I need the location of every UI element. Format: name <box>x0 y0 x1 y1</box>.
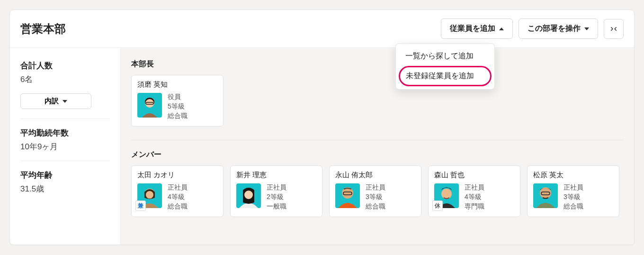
employee-name: 森山 哲也 <box>434 171 514 180</box>
employee-type: 正社員 <box>564 183 583 192</box>
divider <box>20 161 110 161</box>
employee-card-body: 正社員 3等級 総合職 <box>533 183 613 211</box>
avatar <box>533 183 558 208</box>
employee-type: 正社員 <box>465 183 484 192</box>
employee-card-body: 正社員 2等級 一般職 <box>236 183 316 211</box>
avatar <box>236 183 261 208</box>
avatar-wrap <box>335 183 360 208</box>
employee-card[interactable]: 新井 理恵 正社員 2等級 一般職 <box>230 165 322 217</box>
employee-track: 総合職 <box>168 202 188 211</box>
head-cards-row: 須磨 英知 役員 5等級 総合職 <box>131 75 624 127</box>
add-employee-label: 従業員を追加 <box>450 24 495 34</box>
add-employee-button[interactable]: 従業員を追加 <box>441 18 513 39</box>
members-cards-row: 太田 カオリ 兼 正社員 4等級 総合職 <box>131 165 624 217</box>
section-title-head: 本部長 <box>131 59 624 69</box>
employee-grade: 3等級 <box>564 193 583 201</box>
operate-department-label: この部署を操作 <box>528 24 581 34</box>
employee-grade: 3等級 <box>366 193 385 201</box>
dropdown-item-search-add[interactable]: 一覧から探して追加 <box>399 46 492 66</box>
concurrent-badge: 兼 <box>135 200 146 211</box>
employee-card[interactable]: 松原 英太 正社員 3等級 総合職 <box>527 165 619 217</box>
employee-meta: 役員 5等級 総合職 <box>168 93 188 120</box>
avatar-wrap: 兼 <box>137 183 162 208</box>
avatar <box>335 183 360 208</box>
avatar <box>137 93 162 118</box>
employee-type: 役員 <box>168 93 188 101</box>
breakdown-label: 内訳 <box>45 97 59 106</box>
employee-card-body: 正社員 3等級 総合職 <box>335 183 415 211</box>
total-count-label: 合計人数 <box>20 60 110 71</box>
employee-grade: 2等級 <box>267 193 286 201</box>
collapse-icon <box>608 23 619 35</box>
avatar-wrap <box>236 183 261 208</box>
department-panel: 営業本部 従業員を追加 この部署を操作 一覧から探して <box>9 9 635 245</box>
breakdown-button[interactable]: 内訳 <box>20 93 91 109</box>
employee-track: 一般職 <box>267 202 286 211</box>
employee-card-body: 休 正社員 4等級 専門職 <box>434 183 514 211</box>
caret-down-icon <box>584 27 589 30</box>
employee-card[interactable]: 太田 カオリ 兼 正社員 4等級 総合職 <box>131 165 224 217</box>
svg-point-9 <box>441 189 452 199</box>
employee-meta: 正社員 4等級 総合職 <box>168 183 188 211</box>
employee-grade: 4等級 <box>168 193 188 201</box>
employee-track: 総合職 <box>168 112 188 120</box>
operate-department-button[interactable]: この部署を操作 <box>519 18 598 39</box>
section-title-members: メンバー <box>131 150 624 160</box>
header-actions: 従業員を追加 この部署を操作 一覧から探して追加 未登録従業員を追加 <box>441 18 624 39</box>
svg-point-6 <box>244 191 253 199</box>
employee-name: 須磨 英知 <box>137 80 217 89</box>
employee-grade: 5等級 <box>168 102 188 111</box>
employee-track: 総合職 <box>564 202 583 211</box>
add-employee-dropdown: 一覧から探して追加 未登録従業員を追加 <box>395 43 495 90</box>
employee-track: 総合職 <box>366 202 385 211</box>
department-title: 営業本部 <box>20 21 441 36</box>
employee-name: 松原 英太 <box>533 171 613 180</box>
avatar-wrap <box>533 183 558 208</box>
employee-type: 正社員 <box>168 183 188 192</box>
employee-name: 新井 理恵 <box>236 171 316 180</box>
divider <box>20 118 110 119</box>
collapse-button[interactable] <box>604 19 624 39</box>
panel-header: 営業本部 従業員を追加 この部署を操作 一覧から探して <box>10 10 634 48</box>
caret-up-icon <box>499 27 504 30</box>
stats-sidebar: 合計人数 6名 内訳 平均勤続年数 10年9ヶ月 平均年齢 31.5歳 <box>10 48 121 245</box>
employee-meta: 正社員 3等級 総合職 <box>366 183 385 211</box>
employee-card-body: 役員 5等級 総合職 <box>137 93 217 120</box>
avatar-wrap: 休 <box>434 183 459 208</box>
employee-track: 専門職 <box>465 202 484 211</box>
total-count-value: 6名 <box>20 74 110 85</box>
employee-card[interactable]: 森山 哲也 休 正社員 4等級 専門職 <box>428 165 520 217</box>
employee-meta: 正社員 4等級 専門職 <box>465 183 484 211</box>
employee-name: 永山 侑太郎 <box>335 171 415 180</box>
svg-point-2 <box>145 99 154 108</box>
avg-tenure-label: 平均勤続年数 <box>20 128 110 138</box>
leave-badge: 休 <box>432 200 443 211</box>
caret-down-icon <box>63 100 67 103</box>
employee-grade: 4等級 <box>465 193 484 201</box>
members-main: 本部長 須磨 英知 役員 5等級 総合職 <box>121 48 634 245</box>
dropdown-item-add-unregistered[interactable]: 未登録従業員を追加 <box>399 66 492 86</box>
avg-tenure-value: 10年9ヶ月 <box>20 141 110 152</box>
employee-type: 正社員 <box>366 183 385 192</box>
employee-card[interactable]: 須磨 英知 役員 5等級 総合職 <box>131 75 224 127</box>
avatar-wrap <box>137 93 162 118</box>
employee-meta: 正社員 3等級 総合職 <box>564 183 583 211</box>
employee-type: 正社員 <box>267 183 286 192</box>
panel-body: 合計人数 6名 内訳 平均勤続年数 10年9ヶ月 平均年齢 31.5歳 本部長 … <box>10 48 634 245</box>
svg-point-5 <box>146 191 153 199</box>
employee-card-body: 兼 正社員 4等級 総合職 <box>137 183 217 211</box>
divider <box>131 140 624 140</box>
employee-card[interactable]: 永山 侑太郎 正社員 3等級 総合職 <box>329 165 421 217</box>
employee-name: 太田 カオリ <box>137 171 217 180</box>
avg-age-value: 31.5歳 <box>20 183 110 194</box>
employee-meta: 正社員 2等級 一般職 <box>267 183 286 211</box>
avg-age-label: 平均年齢 <box>20 170 110 181</box>
